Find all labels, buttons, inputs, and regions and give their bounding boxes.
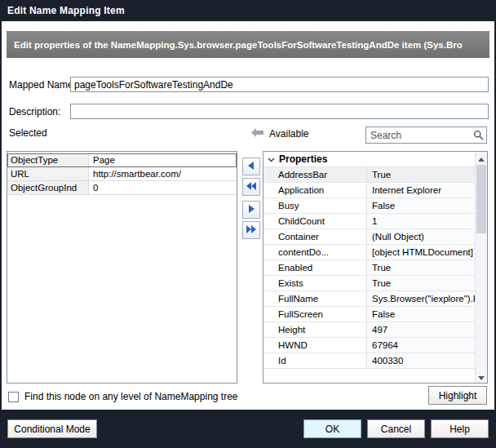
- selected-panel-label: Selected: [9, 127, 47, 139]
- find-node-checkbox[interactable]: [8, 392, 19, 402]
- available-grid-row[interactable]: AddressBar True: [264, 167, 475, 183]
- mapped-name-label: Mapped Name:: [9, 78, 76, 91]
- available-grid-row[interactable]: Container (Null Object): [264, 229, 475, 245]
- available-panel-header: Available: [251, 126, 308, 142]
- find-node-label: Find this node on any level of NameMappi…: [24, 391, 238, 402]
- property-name: Height: [264, 322, 366, 337]
- property-value: http://smartbear.com/: [89, 167, 237, 180]
- available-grid-panel: Properties AddressBar True Application I…: [263, 151, 488, 384]
- highlight-button[interactable]: Highlight: [428, 386, 487, 405]
- property-value: (Null Object): [366, 229, 475, 244]
- description-label: Description:: [9, 105, 60, 118]
- left-arrow-icon: [246, 161, 256, 173]
- property-name: ObjectType: [7, 153, 89, 166]
- property-value: False: [366, 307, 475, 322]
- property-value: 67964: [366, 338, 475, 353]
- property-value: True: [366, 276, 475, 291]
- property-value: 400330: [366, 353, 475, 368]
- edit-name-mapping-dialog: Edit Name Mapping Item Edit properties o…: [0, 0, 496, 448]
- right-arrow-icon: [246, 204, 256, 216]
- property-name: Container: [264, 229, 366, 244]
- window-title: Edit Name Mapping Item: [7, 5, 125, 16]
- available-grid-row[interactable]: ChildCount 1: [264, 214, 475, 229]
- available-grid-row[interactable]: contentDo... [object HTMLDocument]: [264, 245, 475, 260]
- scroll-down-button[interactable]: [476, 370, 487, 383]
- property-name: ObjectGroupInd: [7, 181, 89, 194]
- help-button[interactable]: Help: [431, 419, 489, 438]
- up-triangle-icon: [478, 153, 485, 164]
- conditional-mode-button[interactable]: Conditional Mode: [7, 419, 97, 438]
- ok-button[interactable]: OK: [303, 419, 361, 438]
- cancel-button[interactable]: Cancel: [367, 419, 425, 438]
- down-triangle-icon: [478, 371, 485, 383]
- scrollbar-thumb[interactable]: [476, 165, 486, 233]
- search-box: [365, 126, 487, 144]
- search-icon[interactable]: [470, 130, 486, 140]
- property-name: Application: [264, 183, 366, 197]
- dialog-buttons: OK Cancel Help: [303, 419, 489, 438]
- available-grid-row[interactable]: Id 400330: [264, 353, 475, 369]
- find-node-row: Find this node on any level of NameMappi…: [8, 390, 238, 403]
- property-name: FullScreen: [264, 307, 366, 322]
- dialog-body: Edit properties of the NameMapping.Sys.b…: [2, 21, 494, 410]
- property-value: False: [366, 198, 475, 213]
- move-all-left-button[interactable]: [242, 178, 260, 196]
- property-value: [object HTMLDocument]: [366, 245, 475, 259]
- available-grid-row[interactable]: Application Internet Explorer: [264, 183, 475, 198]
- scroll-up-button[interactable]: [476, 152, 487, 164]
- selected-grid-row[interactable]: ObjectType Page: [7, 153, 237, 167]
- property-name: HWND: [264, 338, 366, 353]
- property-name: Busy: [264, 198, 366, 213]
- search-input[interactable]: [366, 130, 470, 141]
- property-name: URL: [7, 167, 89, 180]
- selected-grid-row[interactable]: URL http://smartbear.com/: [7, 167, 237, 181]
- available-grid-row[interactable]: FullName Sys.Browser("iexplore").Page("h…: [264, 291, 475, 307]
- header-text: Edit properties of the NameMapping.Sys.b…: [14, 40, 463, 50]
- available-grid-rows: AddressBar True Application Internet Exp…: [264, 167, 475, 369]
- available-grid-row[interactable]: Busy False: [264, 198, 475, 214]
- available-grid-row[interactable]: Enabled True: [264, 260, 475, 276]
- bottom-bar: Conditional Mode OK Cancel Help: [0, 410, 496, 448]
- properties-group-label: Properties: [279, 153, 327, 165]
- property-value: 497: [366, 322, 475, 337]
- chevron-down-icon: [268, 153, 275, 165]
- selected-grid-row[interactable]: ObjectGroupInd 0: [7, 181, 237, 195]
- vertical-scrollbar[interactable]: [475, 152, 487, 383]
- move-right-button[interactable]: [242, 201, 260, 219]
- transfer-buttons: [242, 157, 262, 247]
- move-left-button[interactable]: [242, 157, 260, 175]
- property-value: True: [366, 167, 475, 182]
- property-name: FullName: [264, 291, 366, 306]
- property-value: 1: [366, 214, 475, 228]
- property-value: Sys.Browser("iexplore").Page("http://: [366, 291, 475, 306]
- property-name: AddressBar: [264, 167, 366, 182]
- property-name: Id: [264, 353, 366, 368]
- property-value: Page: [89, 153, 237, 166]
- available-grid-row[interactable]: Exists True: [264, 276, 475, 291]
- property-value: 0: [89, 181, 237, 194]
- property-name: ChildCount: [264, 214, 366, 228]
- header-banner: Edit properties of the NameMapping.Sys.b…: [7, 31, 489, 58]
- move-all-right-button[interactable]: [242, 221, 260, 239]
- mapped-name-input[interactable]: [70, 77, 489, 92]
- available-panel-label: Available: [269, 128, 308, 140]
- property-name: Exists: [264, 276, 366, 291]
- title-bar[interactable]: Edit Name Mapping Item: [0, 0, 496, 21]
- available-grid: Properties AddressBar True Application I…: [264, 152, 475, 383]
- selected-grid: ObjectType Page URL http://smartbear.com…: [7, 151, 237, 384]
- property-name: Enabled: [264, 260, 366, 275]
- available-grid-row[interactable]: HWND 67964: [264, 338, 475, 353]
- description-input[interactable]: [70, 104, 489, 119]
- back-arrow-icon: [251, 128, 264, 140]
- property-value: Internet Explorer: [366, 183, 475, 197]
- double-left-arrow-icon: [246, 181, 257, 193]
- property-name: contentDo...: [264, 245, 366, 259]
- double-right-arrow-icon: [246, 224, 257, 237]
- available-grid-row[interactable]: FullScreen False: [264, 307, 475, 322]
- property-value: True: [366, 260, 475, 275]
- properties-group-header[interactable]: Properties: [264, 152, 475, 167]
- available-grid-row[interactable]: Height 497: [264, 322, 475, 338]
